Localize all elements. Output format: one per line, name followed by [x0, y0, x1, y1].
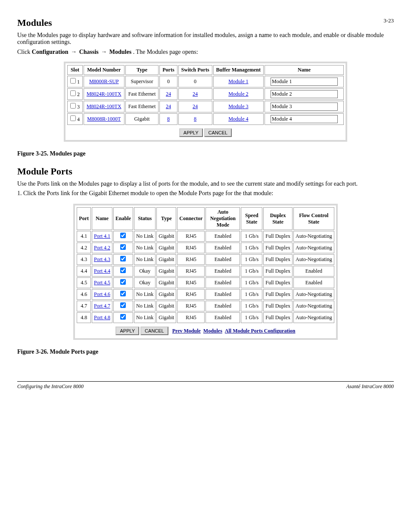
- port-cell: 4.7: [77, 301, 91, 311]
- pcol-name: Name: [92, 207, 112, 230]
- ports-link[interactable]: 24: [166, 103, 171, 109]
- all-module-ports-link[interactable]: All Module Ports Configuration: [225, 328, 296, 334]
- status-cell: Okay: [134, 277, 156, 288]
- breadcrumb-part-3: Modules: [109, 49, 131, 55]
- buffer-link[interactable]: Module 1: [228, 78, 248, 84]
- switch-ports-link[interactable]: 24: [193, 91, 198, 97]
- speed-cell: 1 Gb/s: [241, 254, 262, 265]
- cancel-button[interactable]: CANCEL: [204, 128, 232, 137]
- enable-checkbox[interactable]: [120, 268, 126, 273]
- port-link[interactable]: Port 4.3: [94, 256, 110, 262]
- switch-ports-link[interactable]: 8: [194, 116, 196, 122]
- slot-checkbox[interactable]: [70, 103, 76, 109]
- breadcrumb-part-1: Configuration: [32, 49, 68, 55]
- type-cell: Supervisor: [125, 76, 159, 87]
- name-field[interactable]: [271, 78, 338, 86]
- apply-button[interactable]: APPLY: [179, 128, 203, 137]
- enable-checkbox[interactable]: [120, 256, 126, 261]
- port-link[interactable]: Port 4.2: [94, 245, 110, 251]
- ports-cell: 24: [159, 101, 177, 112]
- port-name-cell: Port 4.7: [92, 301, 112, 311]
- buffer-link[interactable]: Module 2: [228, 91, 248, 97]
- modules-link[interactable]: Modules: [203, 328, 222, 334]
- table-row: 4.7Port 4.7No LinkGigabitRJ45Enabled1 Gb…: [77, 301, 334, 311]
- model-link[interactable]: M8024R-100TX: [87, 103, 121, 109]
- auto-cell: Enabled: [206, 277, 240, 288]
- type-cell: Gigabit: [156, 266, 176, 277]
- breadcrumb: Click Configuration → Chassis → Modules …: [17, 48, 394, 56]
- speed-cell: 1 Gb/s: [241, 243, 262, 253]
- col-switch-ports: Switch Ports: [178, 65, 212, 75]
- pcol-status: Status: [134, 207, 156, 230]
- port-name-cell: Port 4.8: [92, 312, 112, 323]
- prev-module-link[interactable]: Prev Module: [172, 328, 201, 334]
- port-link[interactable]: Port 4.5: [94, 280, 110, 286]
- connector-cell: RJ45: [177, 289, 205, 300]
- port-link[interactable]: Port 4.7: [94, 303, 110, 309]
- pcol-speed: Speed State: [241, 207, 262, 230]
- arrow-icon: →: [70, 48, 78, 55]
- apply-button[interactable]: APPLY: [115, 327, 139, 335]
- buffer-cell: Module 2: [213, 88, 264, 100]
- port-cell: 4.5: [77, 277, 91, 288]
- table-row: 1M8000R-SUPSupervisor00Module 1: [67, 76, 344, 87]
- buffer-link[interactable]: Module 4: [228, 116, 248, 122]
- port-link[interactable]: Port 4.6: [94, 291, 110, 297]
- enable-cell: [113, 277, 133, 288]
- connector-cell: RJ45: [177, 243, 205, 253]
- name-field[interactable]: [271, 103, 338, 111]
- switch-ports-link[interactable]: 24: [193, 103, 198, 109]
- enable-checkbox[interactable]: [120, 279, 126, 285]
- table-row: 4.6Port 4.6No LinkGigabitRJ45Enabled1 Gb…: [77, 289, 334, 300]
- duplex-cell: Full Duplex: [263, 312, 293, 323]
- port-cell: 4.6: [77, 289, 91, 300]
- slot-checkbox[interactable]: [70, 78, 76, 84]
- name-field[interactable]: [271, 115, 338, 123]
- port-link[interactable]: Port 4.4: [94, 268, 110, 274]
- type-cell: Gigabit: [156, 301, 176, 311]
- type-cell: Gigabit: [156, 312, 176, 323]
- step1-text: Click the Ports link for the Gigabit Eth…: [23, 190, 273, 196]
- name-field[interactable]: [271, 90, 338, 98]
- enable-checkbox[interactable]: [120, 314, 126, 320]
- auto-cell: Enabled: [206, 243, 240, 253]
- enable-cell: [113, 231, 133, 242]
- slot-cell: 4: [67, 113, 83, 125]
- ports-cell: 8: [159, 113, 177, 125]
- pcol-flow: Flow Control State: [293, 207, 334, 230]
- name-cell: [265, 101, 344, 112]
- speed-cell: 1 Gb/s: [241, 266, 262, 277]
- duplex-cell: Full Duplex: [263, 254, 293, 265]
- port-link[interactable]: Port 4.8: [94, 314, 110, 320]
- flow-cell: Auto-Negotiating: [293, 289, 334, 300]
- slot-checkbox[interactable]: [70, 90, 76, 96]
- type-cell: Gigabit: [156, 277, 176, 288]
- buffer-link[interactable]: Module 3: [228, 103, 248, 109]
- speed-cell: 1 Gb/s: [241, 289, 262, 300]
- model-cell: M8024R-100TX: [84, 101, 125, 112]
- enable-checkbox[interactable]: [120, 291, 126, 296]
- enable-checkbox[interactable]: [120, 233, 126, 238]
- figure-label-modules: Figure 3-25. Modules page: [17, 150, 394, 157]
- slot-cell: 1: [67, 76, 83, 87]
- figure-label-ports: Figure 3-26. Module Ports page: [17, 348, 394, 355]
- table-row: 4.1Port 4.1No LinkGigabitRJ45Enabled1 Gb…: [77, 231, 334, 242]
- enable-checkbox[interactable]: [120, 244, 126, 250]
- auto-cell: Enabled: [206, 231, 240, 242]
- model-link[interactable]: M8008R-1000T: [87, 116, 121, 122]
- enable-checkbox[interactable]: [120, 302, 126, 308]
- flow-cell: Auto-Negotiating: [293, 312, 334, 323]
- type-cell: Fast Ethernet: [125, 88, 159, 100]
- ports-link[interactable]: 24: [166, 91, 171, 97]
- flow-cell: Enabled: [293, 266, 334, 277]
- model-link[interactable]: M8024R-100TX: [87, 91, 121, 97]
- auto-cell: Enabled: [206, 312, 240, 323]
- ports-figure: Port Name Enable Status Type Connector A…: [73, 204, 337, 340]
- port-link[interactable]: Port 4.1: [94, 233, 110, 239]
- port-cell: 4.2: [77, 243, 91, 253]
- slot-checkbox[interactable]: [70, 115, 76, 121]
- ports-link[interactable]: 8: [167, 116, 170, 122]
- cancel-button[interactable]: CANCEL: [140, 327, 168, 335]
- model-link[interactable]: M8000R-SUP: [89, 78, 119, 84]
- flow-cell: Auto-Negotiating: [293, 254, 334, 265]
